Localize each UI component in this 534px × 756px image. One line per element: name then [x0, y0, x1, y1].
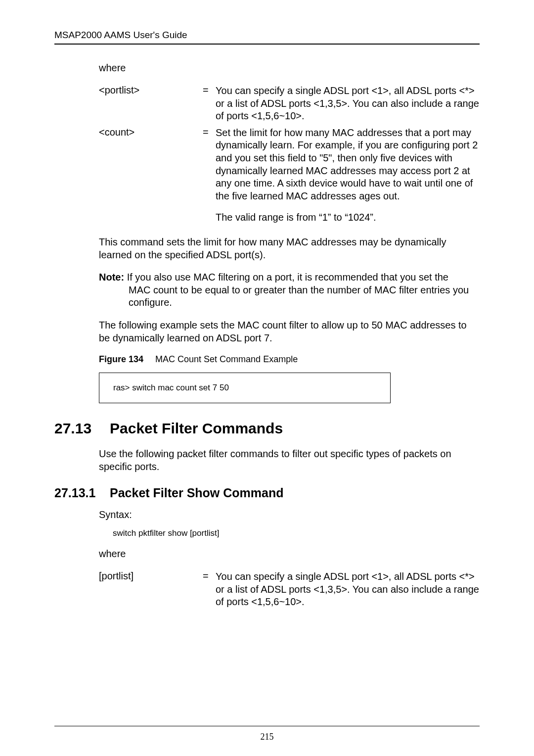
- definitions-2: [portlist] = You can specify a single AD…: [99, 570, 480, 609]
- document-page: MSAP2000 AAMS User's Guide where <portli…: [0, 0, 534, 756]
- paragraph-mac-limit: This command sets the limit for how many…: [99, 236, 480, 261]
- note-block: Note: If you also use MAC filtering on a…: [99, 271, 480, 309]
- where-label-2: where: [99, 548, 480, 560]
- figure-label: Figure 134: [99, 354, 143, 364]
- definitions-1: <portlist> = You can specify a single AD…: [99, 85, 480, 224]
- heading-27-13-1: 27.13.1 Packet Filter Show Command: [54, 486, 480, 500]
- subheading-title: Packet Filter Show Command: [110, 486, 283, 500]
- def-row: [portlist] = You can specify a single AD…: [99, 570, 480, 609]
- section-27-13-body: Use the following packet filter commands…: [54, 448, 480, 473]
- note-label: Note:: [99, 272, 124, 283]
- syntax-label: Syntax:: [99, 509, 480, 520]
- def-desc-portlist: You can specify a single ADSL port <1>, …: [216, 85, 480, 123]
- def-term-count: <count>: [99, 127, 203, 138]
- def-term-portlist2: [portlist]: [99, 570, 203, 582]
- page-number: 215: [0, 732, 534, 742]
- figure-caption: Figure 134MAC Count Set Command Example: [99, 354, 480, 365]
- def-desc-count-p2: The valid range is from “1” to “1024”.: [216, 212, 376, 223]
- syntax-code: switch pktfilter show [portlist]: [99, 528, 480, 538]
- document-header: MSAP2000 AAMS User's Guide: [54, 30, 480, 45]
- def-row: <portlist> = You can specify a single AD…: [99, 85, 480, 123]
- header-title: MSAP2000 AAMS User's Guide: [54, 30, 187, 40]
- note-body: MAC count to be equal to or greater than…: [99, 284, 480, 309]
- def-desc-count-p1: Set the limit for how many MAC addresses…: [216, 127, 478, 201]
- heading-number: 27.13: [54, 420, 110, 437]
- footer-rule: [54, 726, 480, 726]
- def-desc-count: Set the limit for how many MAC addresses…: [216, 127, 480, 224]
- heading-title: Packet Filter Commands: [110, 420, 283, 437]
- paragraph-example-intro: The following example sets the MAC count…: [99, 319, 480, 344]
- def-equals: =: [203, 127, 216, 138]
- figure-title: MAC Count Set Command Example: [155, 354, 298, 364]
- def-equals: =: [203, 570, 216, 582]
- heading-27-13: 27.13 Packet Filter Commands: [54, 420, 480, 437]
- section-27-13-1-body: Syntax: switch pktfilter show [portlist]…: [54, 509, 480, 609]
- content-body: where <portlist> = You can specify a sin…: [54, 62, 480, 403]
- where-label-1: where: [99, 62, 480, 74]
- note-first-line: If you also use MAC filtering on a port,…: [124, 272, 448, 283]
- code-text: ras> switch mac count set 7 50: [113, 383, 229, 392]
- def-row: <count> = Set the limit for how many MAC…: [99, 127, 480, 224]
- def-equals: =: [203, 85, 216, 96]
- def-term-portlist: <portlist>: [99, 85, 203, 96]
- paragraph-packet-filter-intro: Use the following packet filter commands…: [99, 448, 480, 473]
- def-desc-portlist2: You can specify a single ADSL port <1>, …: [216, 570, 480, 609]
- subheading-number: 27.13.1: [54, 486, 110, 500]
- code-example-box: ras> switch mac count set 7 50: [99, 373, 391, 403]
